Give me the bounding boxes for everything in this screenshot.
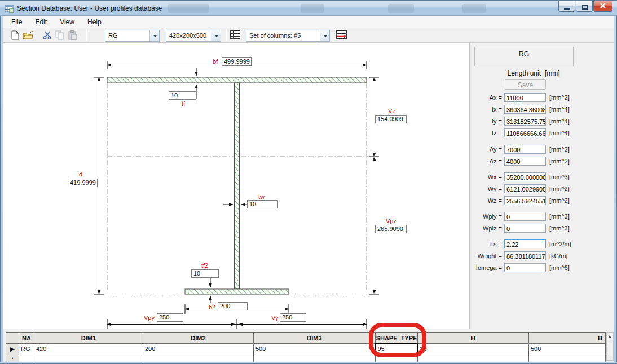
- profile-size-combo[interactable]: 420x200x500: [166, 30, 221, 42]
- prop-row-wx: Wx = [mm^3]: [470, 172, 614, 182]
- prop-row-ix: Ix = [mm^4]: [470, 105, 614, 114]
- cell-h[interactable]: 20: [418, 344, 529, 354]
- cell-dim2[interactable]: 200: [143, 344, 254, 354]
- maximize-button[interactable]: [576, 1, 593, 12]
- cell-na[interactable]: [19, 354, 34, 362]
- cell-dim3[interactable]: 500: [254, 344, 376, 354]
- column-width-icon[interactable]: [336, 30, 348, 41]
- dim-value-tw[interactable]: 10: [247, 200, 278, 208]
- col-header-b[interactable]: B: [529, 333, 606, 344]
- prop-row-wplz: Wplz = [mm^3]: [470, 224, 614, 233]
- copy-icon[interactable]: [54, 30, 66, 41]
- col-header-dim3[interactable]: DIM3: [254, 333, 376, 344]
- chevron-down-icon[interactable]: [211, 30, 221, 41]
- wx-field[interactable]: [504, 172, 546, 181]
- profile-type-combo[interactable]: RG: [105, 30, 160, 42]
- dim-value-vpz[interactable]: 265.9090: [375, 225, 407, 233]
- prop-unit: [m^2/m]: [549, 241, 571, 247]
- wply-field[interactable]: [504, 212, 546, 221]
- chevron-down-icon[interactable]: [149, 30, 159, 41]
- prop-row-wz: Wz = [mm^2]: [470, 196, 614, 206]
- prop-label: Ix =: [470, 106, 502, 113]
- toolbar: RG 420x200x500 Set of columns: #5: [3, 28, 614, 43]
- prop-row-ax: Ax = [mm^2]: [470, 93, 614, 103]
- ls-field[interactable]: [504, 239, 546, 248]
- wz-field[interactable]: [504, 196, 546, 205]
- prop-label: Wy =: [470, 185, 502, 192]
- dim-value-b2[interactable]: 200: [218, 302, 248, 310]
- toolbar-separator: [226, 30, 227, 41]
- dim-value-vz[interactable]: 154.0909: [375, 115, 407, 123]
- window-border-bottom: [0, 362, 617, 364]
- wy-field[interactable]: [504, 184, 546, 193]
- cell-dim1[interactable]: [34, 354, 143, 362]
- close-button[interactable]: [593, 1, 612, 12]
- cell-b[interactable]: [529, 354, 606, 362]
- ax-field[interactable]: [504, 93, 546, 102]
- dim-value-vpy[interactable]: 250: [157, 313, 183, 322]
- minimize-button[interactable]: [558, 1, 575, 12]
- prop-unit: [mm^2]: [549, 146, 570, 153]
- cell-h[interactable]: [418, 354, 529, 362]
- profiles-table-zone: NA DIM1 DIM2 DIM3 SHAPE_TYPE H B ▶ RG 42…: [3, 329, 614, 362]
- top-flange: [107, 77, 367, 83]
- bottom-flange: [185, 289, 289, 294]
- prop-row-weight: Weight = [kG/m]: [470, 251, 614, 261]
- az-field[interactable]: [504, 157, 546, 166]
- weight-field[interactable]: [504, 251, 546, 260]
- dim-value-d[interactable]: 419.9999: [68, 179, 98, 187]
- cell-dim3[interactable]: [254, 354, 376, 362]
- col-header-h[interactable]: H: [418, 333, 529, 344]
- chevron-down-icon[interactable]: [320, 30, 329, 41]
- prop-unit: [mm^2]: [549, 94, 570, 101]
- menu-bar: File Edit View Help: [3, 16, 614, 28]
- paste-icon[interactable]: [67, 30, 79, 41]
- dim-value-tf2[interactable]: 10: [191, 269, 219, 278]
- cell-dim1[interactable]: 420: [34, 344, 143, 354]
- titlebar[interactable]: Section Database: User - User profiles d…: [0, 0, 617, 16]
- col-header-dim2[interactable]: DIM2: [143, 333, 254, 344]
- cut-icon[interactable]: [41, 30, 53, 41]
- iomega-field[interactable]: [504, 263, 546, 272]
- cell-na[interactable]: RG: [19, 344, 34, 354]
- set-of-columns-combo[interactable]: Set of columns: #5: [246, 30, 330, 42]
- prop-label: Weight =: [470, 252, 502, 259]
- iy-field[interactable]: [504, 117, 546, 126]
- cell-b[interactable]: 500: [529, 344, 606, 354]
- prop-label: Wplz =: [470, 225, 502, 232]
- col-header-dim1[interactable]: DIM1: [34, 333, 143, 344]
- wplz-field[interactable]: [504, 224, 546, 233]
- table-grid-icon[interactable]: [229, 30, 241, 41]
- prop-label: Iy =: [470, 118, 502, 125]
- scroll-up-icon[interactable]: [607, 333, 613, 340]
- new-row-marker[interactable]: *: [6, 354, 19, 362]
- dim-value-bf[interactable]: 499.9999: [222, 57, 252, 66]
- prop-label: Ls =: [470, 241, 502, 247]
- prop-unit: [mm^6]: [549, 264, 570, 271]
- current-row-marker[interactable]: ▶: [6, 344, 19, 354]
- dim-value-tf[interactable]: 10: [169, 91, 196, 100]
- save-button[interactable]: Save: [505, 79, 546, 90]
- menu-view[interactable]: View: [54, 16, 80, 28]
- prop-unit: [kG/m]: [549, 252, 567, 259]
- menu-file[interactable]: File: [6, 16, 28, 28]
- ix-field[interactable]: [504, 105, 546, 114]
- set-of-columns-value: Set of columns: #5: [249, 32, 301, 39]
- col-header-na[interactable]: NA: [19, 333, 34, 344]
- menu-help[interactable]: Help: [82, 16, 107, 28]
- new-file-icon[interactable]: [9, 30, 21, 41]
- profile-type-value: RG: [108, 32, 118, 39]
- prop-row-ls: Ls = [m^2/m]: [470, 239, 614, 249]
- open-folder-icon[interactable]: [22, 30, 34, 41]
- ay-field[interactable]: [504, 145, 546, 154]
- cell-dim2[interactable]: [143, 354, 254, 362]
- prop-unit: [mm^4]: [549, 118, 570, 125]
- titlebar-ghost: [462, 4, 486, 13]
- prop-row-iz: Iz = [mm^4]: [470, 128, 614, 138]
- menu-edit[interactable]: Edit: [29, 16, 52, 28]
- table-vertical-scrollbar[interactable]: [606, 332, 614, 361]
- prop-label: Wply =: [470, 213, 502, 220]
- prop-unit: [mm^3]: [549, 213, 570, 220]
- iz-field[interactable]: [504, 128, 546, 137]
- dim-value-vy[interactable]: 250: [280, 313, 306, 322]
